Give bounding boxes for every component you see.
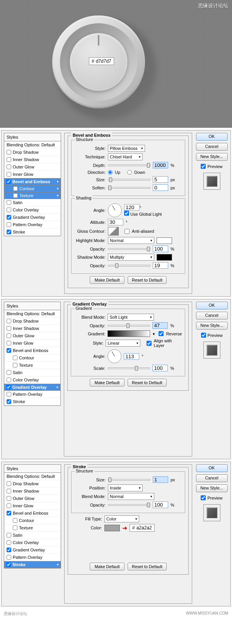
style-item[interactable]: Bevel and Emboss	[4, 510, 61, 517]
style-item[interactable]: Outer Glow	[4, 332, 60, 340]
style-item[interactable]: Satin	[4, 532, 61, 539]
global-light-checkbox[interactable]	[124, 211, 129, 216]
scale-slider[interactable]	[107, 368, 150, 369]
ok-button[interactable]: OK	[196, 302, 228, 309]
style-item[interactable]: Stroke	[4, 228, 61, 236]
new-style-button[interactable]: New Style...	[196, 153, 228, 161]
blending-options[interactable]: Blending Options: Default	[4, 141, 61, 149]
size-input[interactable]	[153, 176, 168, 183]
shadow-color-swatch[interactable]	[157, 254, 172, 261]
new-style-button[interactable]: New Style...	[196, 322, 228, 330]
style-item[interactable]: Gradient Overlay	[4, 546, 61, 554]
style-item[interactable]: Pattern Overlay	[4, 221, 61, 228]
anti-aliased-checkbox[interactable]	[125, 229, 130, 234]
style-item[interactable]: Gradient Overlay	[4, 214, 61, 221]
highlight-color-swatch[interactable]	[157, 237, 172, 244]
ok-button[interactable]: OK	[196, 133, 228, 141]
ok-button[interactable]: OK	[196, 464, 228, 472]
soften-slider[interactable]	[108, 187, 150, 189]
blending-options[interactable]: Blending Options: Default	[4, 310, 60, 318]
fill-type-select[interactable]: Color	[104, 515, 139, 522]
make-default-button[interactable]: Make Default	[90, 379, 125, 386]
technique-select[interactable]: Chisel Hard	[108, 153, 143, 160]
preview-checkbox[interactable]	[201, 495, 206, 500]
hex-input-box[interactable]: #a2a2a2	[130, 524, 155, 532]
size-slider[interactable]	[108, 179, 150, 180]
style-item[interactable]: Inner Glow	[4, 502, 61, 510]
direction-up[interactable]	[108, 170, 113, 175]
style-item[interactable]: Contour	[4, 517, 61, 524]
make-default-button[interactable]: Make Default	[90, 563, 125, 570]
style-item-contour[interactable]: Contour	[4, 185, 61, 192]
highlight-mode-select[interactable]: Normal	[108, 237, 154, 244]
reverse-checkbox[interactable]	[159, 331, 164, 336]
size-slider[interactable]	[108, 479, 150, 481]
reset-default-button[interactable]: Reset to Default	[128, 379, 167, 386]
size-input[interactable]	[153, 476, 168, 483]
style-item[interactable]: Texture	[4, 362, 60, 369]
highlight-opacity-input[interactable]	[153, 246, 168, 252]
make-default-button[interactable]: Make Default	[90, 276, 125, 284]
direction-down[interactable]	[127, 170, 132, 175]
style-item-gradient[interactable]: Gradient Overlay	[4, 384, 60, 391]
style-select[interactable]: Pillow Emboss	[108, 145, 145, 152]
style-item[interactable]: Satin	[4, 369, 60, 376]
align-layer-checkbox[interactable]	[147, 341, 152, 346]
soften-input[interactable]	[153, 184, 168, 191]
blend-mode-select[interactable]: Soft Light	[107, 314, 154, 321]
style-item[interactable]: Inner Glow	[4, 340, 60, 347]
depth-input[interactable]	[153, 162, 168, 168]
opacity-slider[interactable]	[107, 325, 150, 326]
style-item[interactable]: Stroke	[4, 398, 60, 405]
reset-default-button[interactable]: Reset to Default	[128, 563, 167, 570]
opacity-input[interactable]	[152, 322, 168, 329]
position-select[interactable]: Inside	[108, 484, 143, 491]
style-item[interactable]: Contour	[4, 354, 60, 362]
cancel-button[interactable]: Cancel	[196, 143, 228, 151]
cancel-button[interactable]: Cancel	[196, 312, 228, 319]
style-item[interactable]: Inner Glow	[4, 171, 61, 178]
style-item-stroke[interactable]: Stroke	[4, 561, 61, 568]
style-item[interactable]: Drop Shadow	[4, 318, 60, 325]
altitude-input[interactable]	[108, 219, 123, 225]
style-item[interactable]: Satin	[4, 199, 61, 206]
scale-input[interactable]	[152, 365, 168, 371]
style-item[interactable]: Inner Shadow	[4, 156, 61, 163]
opacity-slider[interactable]	[108, 504, 150, 506]
shadow-opacity-slider[interactable]	[108, 265, 150, 266]
gradient-style-select[interactable]: Linear	[106, 340, 140, 347]
style-item[interactable]: Texture	[4, 524, 61, 532]
style-item[interactable]: Color Overlay	[4, 539, 61, 546]
shadow-opacity-input[interactable]	[153, 262, 168, 269]
stroke-color-swatch[interactable]	[104, 525, 120, 531]
preview-checkbox[interactable]	[201, 164, 206, 169]
style-item-bevel[interactable]: Bevel and Emboss	[4, 178, 61, 185]
angle-dial[interactable]	[107, 349, 121, 363]
depth-slider[interactable]	[108, 165, 150, 166]
shadow-mode-select[interactable]: Multiply	[108, 254, 154, 261]
style-item[interactable]: Outer Glow	[4, 495, 61, 502]
cancel-button[interactable]: Cancel	[196, 474, 228, 482]
style-item[interactable]: Drop Shadow	[4, 480, 61, 488]
style-item[interactable]: Pattern Overlay	[4, 554, 61, 561]
style-item-texture[interactable]: Texture	[4, 192, 61, 199]
blend-mode-select[interactable]: Normal	[108, 493, 154, 500]
angle-input[interactable]	[124, 353, 139, 360]
highlight-opacity-slider[interactable]	[108, 248, 150, 250]
style-item[interactable]: Inner Shadow	[4, 488, 61, 495]
gloss-contour-swatch[interactable]	[108, 227, 119, 235]
angle-dial[interactable]	[108, 203, 122, 217]
angle-input[interactable]	[124, 204, 140, 211]
reset-default-button[interactable]: Reset to Default	[128, 276, 167, 284]
style-item[interactable]: Color Overlay	[4, 376, 60, 384]
gradient-swatch[interactable]	[107, 330, 150, 337]
style-item[interactable]: Color Overlay	[4, 206, 61, 214]
preview-checkbox[interactable]	[201, 333, 206, 338]
blending-options[interactable]: Blending Options: Default	[4, 473, 61, 480]
opacity-input[interactable]	[153, 501, 168, 508]
style-item[interactable]: Pattern Overlay	[4, 391, 60, 398]
style-item[interactable]: Drop Shadow	[4, 149, 61, 156]
new-style-button[interactable]: New Style...	[196, 484, 228, 492]
style-item[interactable]: Inner Shadow	[4, 325, 60, 332]
style-item[interactable]: Bevel and Emboss	[4, 347, 60, 354]
